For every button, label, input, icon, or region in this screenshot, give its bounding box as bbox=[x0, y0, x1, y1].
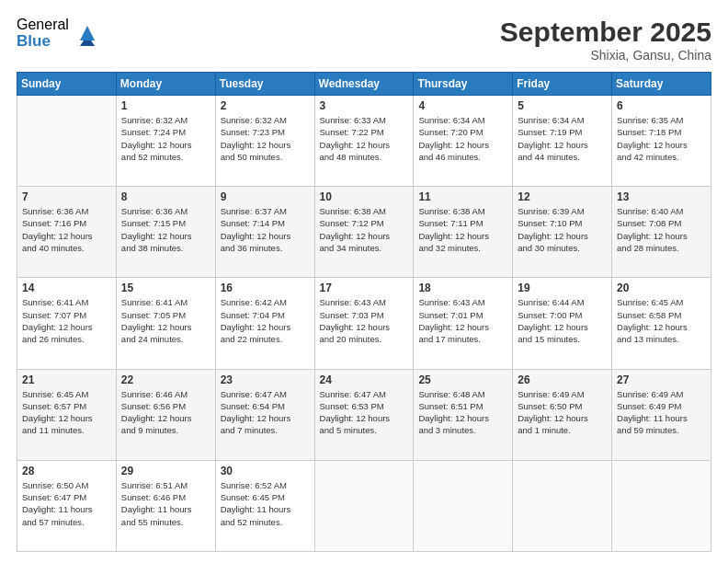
table-row bbox=[314, 460, 414, 551]
day-info: Sunrise: 6:33 AM Sunset: 7:22 PM Dayligh… bbox=[320, 114, 409, 163]
table-row: 7Sunrise: 6:36 AM Sunset: 7:16 PM Daylig… bbox=[17, 187, 117, 278]
table-row: 8Sunrise: 6:36 AM Sunset: 7:15 PM Daylig… bbox=[116, 187, 215, 278]
day-number: 8 bbox=[121, 190, 210, 203]
logo-general: General bbox=[17, 17, 69, 33]
table-row bbox=[513, 460, 612, 551]
day-number: 27 bbox=[617, 373, 706, 386]
month-title: September 2025 bbox=[500, 17, 711, 48]
table-row: 5Sunrise: 6:34 AM Sunset: 7:19 PM Daylig… bbox=[513, 96, 612, 187]
day-info: Sunrise: 6:37 AM Sunset: 7:14 PM Dayligh… bbox=[221, 205, 310, 254]
day-number: 22 bbox=[121, 373, 210, 386]
header-sunday: Sunday bbox=[17, 73, 117, 96]
table-row: 10Sunrise: 6:38 AM Sunset: 7:12 PM Dayli… bbox=[314, 187, 414, 278]
day-info: Sunrise: 6:44 AM Sunset: 7:00 PM Dayligh… bbox=[518, 296, 607, 345]
calendar-table: Sunday Monday Tuesday Wednesday Thursday… bbox=[17, 72, 711, 552]
table-row: 22Sunrise: 6:46 AM Sunset: 6:56 PM Dayli… bbox=[116, 369, 215, 460]
logo-blue: Blue bbox=[17, 33, 69, 51]
table-row: 18Sunrise: 6:43 AM Sunset: 7:01 PM Dayli… bbox=[414, 278, 513, 369]
day-info: Sunrise: 6:35 AM Sunset: 7:18 PM Dayligh… bbox=[617, 114, 706, 163]
day-info: Sunrise: 6:47 AM Sunset: 6:54 PM Dayligh… bbox=[221, 388, 310, 437]
table-row: 25Sunrise: 6:48 AM Sunset: 6:51 PM Dayli… bbox=[414, 369, 513, 460]
header-monday: Monday bbox=[116, 73, 215, 96]
day-number: 20 bbox=[617, 282, 706, 294]
day-info: Sunrise: 6:42 AM Sunset: 7:04 PM Dayligh… bbox=[221, 296, 310, 345]
table-row: 21Sunrise: 6:45 AM Sunset: 6:57 PM Dayli… bbox=[17, 369, 117, 460]
day-number: 30 bbox=[221, 465, 310, 477]
table-row: 15Sunrise: 6:41 AM Sunset: 7:05 PM Dayli… bbox=[116, 278, 215, 369]
day-number: 4 bbox=[418, 99, 507, 112]
day-info: Sunrise: 6:46 AM Sunset: 6:56 PM Dayligh… bbox=[121, 388, 210, 437]
day-number: 24 bbox=[320, 373, 409, 386]
title-section: September 2025 Shixia, Gansu, China bbox=[500, 17, 711, 63]
day-number: 7 bbox=[22, 190, 111, 203]
day-info: Sunrise: 6:32 AM Sunset: 7:23 PM Dayligh… bbox=[221, 114, 310, 163]
table-row: 30Sunrise: 6:52 AM Sunset: 6:45 PM Dayli… bbox=[215, 460, 314, 551]
calendar-week-row: 1Sunrise: 6:32 AM Sunset: 7:24 PM Daylig… bbox=[17, 96, 711, 187]
day-info: Sunrise: 6:40 AM Sunset: 7:08 PM Dayligh… bbox=[617, 205, 706, 254]
table-row: 26Sunrise: 6:49 AM Sunset: 6:50 PM Dayli… bbox=[513, 369, 612, 460]
day-number: 14 bbox=[22, 282, 111, 294]
day-number: 12 bbox=[518, 190, 607, 203]
day-number: 26 bbox=[518, 373, 607, 386]
svg-marker-1 bbox=[80, 40, 95, 46]
table-row: 19Sunrise: 6:44 AM Sunset: 7:00 PM Dayli… bbox=[513, 278, 612, 369]
day-number: 9 bbox=[221, 190, 310, 203]
logo-icon bbox=[74, 20, 100, 46]
day-info: Sunrise: 6:38 AM Sunset: 7:11 PM Dayligh… bbox=[418, 205, 507, 254]
calendar-week-row: 28Sunrise: 6:50 AM Sunset: 6:47 PM Dayli… bbox=[17, 460, 711, 551]
table-row: 27Sunrise: 6:49 AM Sunset: 6:49 PM Dayli… bbox=[612, 369, 711, 460]
calendar-body: 1Sunrise: 6:32 AM Sunset: 7:24 PM Daylig… bbox=[17, 96, 711, 552]
table-row: 28Sunrise: 6:50 AM Sunset: 6:47 PM Dayli… bbox=[17, 460, 117, 551]
table-row: 29Sunrise: 6:51 AM Sunset: 6:46 PM Dayli… bbox=[116, 460, 215, 551]
day-number: 13 bbox=[617, 190, 706, 203]
day-info: Sunrise: 6:32 AM Sunset: 7:24 PM Dayligh… bbox=[121, 114, 210, 163]
day-info: Sunrise: 6:43 AM Sunset: 7:01 PM Dayligh… bbox=[418, 296, 507, 345]
day-info: Sunrise: 6:41 AM Sunset: 7:05 PM Dayligh… bbox=[121, 296, 210, 345]
table-row: 14Sunrise: 6:41 AM Sunset: 7:07 PM Dayli… bbox=[17, 278, 117, 369]
calendar-week-row: 21Sunrise: 6:45 AM Sunset: 6:57 PM Dayli… bbox=[17, 369, 711, 460]
day-info: Sunrise: 6:45 AM Sunset: 6:57 PM Dayligh… bbox=[22, 388, 111, 437]
day-number: 29 bbox=[121, 465, 210, 477]
day-info: Sunrise: 6:48 AM Sunset: 6:51 PM Dayligh… bbox=[418, 388, 507, 437]
table-row: 6Sunrise: 6:35 AM Sunset: 7:18 PM Daylig… bbox=[612, 96, 711, 187]
day-info: Sunrise: 6:51 AM Sunset: 6:46 PM Dayligh… bbox=[121, 479, 210, 528]
calendar-header-row: Sunday Monday Tuesday Wednesday Thursday… bbox=[17, 73, 711, 96]
day-info: Sunrise: 6:52 AM Sunset: 6:45 PM Dayligh… bbox=[221, 479, 310, 528]
table-row: 12Sunrise: 6:39 AM Sunset: 7:10 PM Dayli… bbox=[513, 187, 612, 278]
day-info: Sunrise: 6:47 AM Sunset: 6:53 PM Dayligh… bbox=[320, 388, 409, 437]
day-info: Sunrise: 6:49 AM Sunset: 6:50 PM Dayligh… bbox=[518, 388, 607, 437]
header-saturday: Saturday bbox=[612, 73, 711, 96]
logo-text: General Blue bbox=[17, 17, 69, 50]
table-row: 3Sunrise: 6:33 AM Sunset: 7:22 PM Daylig… bbox=[314, 96, 414, 187]
day-info: Sunrise: 6:43 AM Sunset: 7:03 PM Dayligh… bbox=[320, 296, 409, 345]
table-row: 9Sunrise: 6:37 AM Sunset: 7:14 PM Daylig… bbox=[215, 187, 314, 278]
day-info: Sunrise: 6:36 AM Sunset: 7:15 PM Dayligh… bbox=[121, 205, 210, 254]
day-number: 28 bbox=[22, 465, 111, 477]
table-row bbox=[17, 96, 117, 187]
day-number: 10 bbox=[320, 190, 409, 203]
header-thursday: Thursday bbox=[414, 73, 513, 96]
table-row: 16Sunrise: 6:42 AM Sunset: 7:04 PM Dayli… bbox=[215, 278, 314, 369]
header-friday: Friday bbox=[513, 73, 612, 96]
table-row: 11Sunrise: 6:38 AM Sunset: 7:11 PM Dayli… bbox=[414, 187, 513, 278]
day-number: 15 bbox=[121, 282, 210, 294]
table-row: 2Sunrise: 6:32 AM Sunset: 7:23 PM Daylig… bbox=[215, 96, 314, 187]
day-number: 16 bbox=[221, 282, 310, 294]
day-number: 6 bbox=[617, 99, 706, 112]
day-number: 3 bbox=[320, 99, 409, 112]
table-row: 24Sunrise: 6:47 AM Sunset: 6:53 PM Dayli… bbox=[314, 369, 414, 460]
table-row: 1Sunrise: 6:32 AM Sunset: 7:24 PM Daylig… bbox=[116, 96, 215, 187]
logo: General Blue bbox=[17, 17, 100, 50]
svg-marker-0 bbox=[80, 26, 95, 40]
day-info: Sunrise: 6:34 AM Sunset: 7:19 PM Dayligh… bbox=[518, 114, 607, 163]
day-info: Sunrise: 6:36 AM Sunset: 7:16 PM Dayligh… bbox=[22, 205, 111, 254]
day-info: Sunrise: 6:41 AM Sunset: 7:07 PM Dayligh… bbox=[22, 296, 111, 345]
location: Shixia, Gansu, China bbox=[500, 48, 711, 63]
day-number: 25 bbox=[418, 373, 507, 386]
table-row: 23Sunrise: 6:47 AM Sunset: 6:54 PM Dayli… bbox=[215, 369, 314, 460]
day-number: 11 bbox=[418, 190, 507, 203]
day-info: Sunrise: 6:38 AM Sunset: 7:12 PM Dayligh… bbox=[320, 205, 409, 254]
table-row: 4Sunrise: 6:34 AM Sunset: 7:20 PM Daylig… bbox=[414, 96, 513, 187]
table-row: 20Sunrise: 6:45 AM Sunset: 6:58 PM Dayli… bbox=[612, 278, 711, 369]
day-number: 17 bbox=[320, 282, 409, 294]
